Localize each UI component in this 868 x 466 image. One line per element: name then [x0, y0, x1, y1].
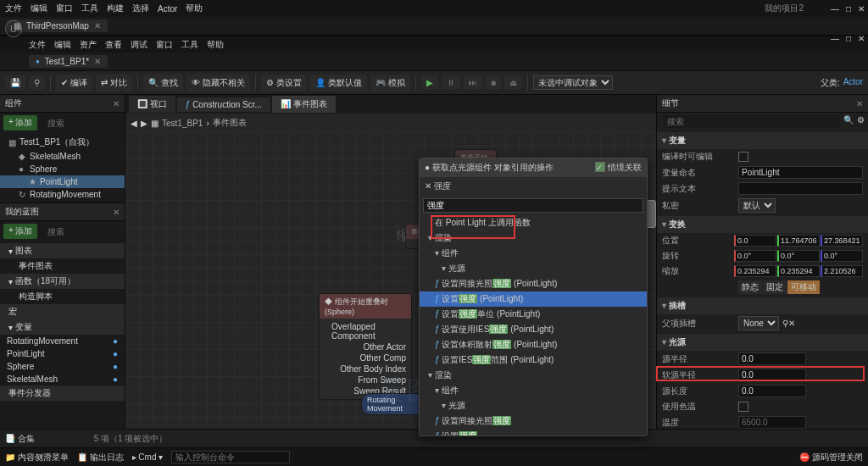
menu2-file[interactable]: 文件 [29, 39, 46, 51]
component-pointlight[interactable]: ★PointLight [0, 175, 125, 188]
simulate-button[interactable]: 🎮模拟 [370, 75, 410, 92]
section-dispatch[interactable]: 事件分发器 [0, 386, 125, 401]
mobility-movable[interactable]: 可移动 [787, 280, 820, 294]
mobility-static[interactable]: 静态 [738, 280, 762, 294]
content-drawer-btn-2[interactable]: 📁 内容侧滑菜单 [5, 452, 69, 463]
close-components-icon[interactable]: ✕ [113, 99, 120, 108]
browse-button[interactable]: ⚲ [29, 75, 45, 90]
expose-dropdown[interactable]: 默认 [738, 198, 776, 213]
menu-help[interactable]: 帮助 [186, 3, 203, 14]
add-bp-button[interactable]: +添加 [3, 224, 37, 239]
ctx-cat-render2[interactable]: ▾ 渲染 [420, 368, 647, 383]
scl-y[interactable] [777, 265, 820, 277]
ctx-item-1[interactable]: ƒ 设置强度 (PointLight) [420, 291, 647, 307]
ctx-cat-light2[interactable]: ▾ 光源 [420, 398, 647, 413]
menu2-view[interactable]: 查看 [105, 39, 122, 51]
pause-button[interactable]: ⏸ [442, 75, 460, 90]
ctx-cat-comp2[interactable]: ▾ 组件 [420, 383, 647, 398]
pin-body-idx[interactable]: Other Body Index [325, 363, 406, 374]
close-details-icon[interactable]: ✕ [856, 99, 863, 108]
rot-x[interactable] [734, 250, 776, 262]
menu2-help[interactable]: 帮助 [207, 39, 224, 51]
menu2-window[interactable]: 窗口 [156, 39, 173, 51]
parent-class-link[interactable]: Actor [843, 77, 863, 89]
section-macros[interactable]: 宏 [0, 304, 125, 319]
clear-socket-icon[interactable]: ✕ [788, 319, 795, 328]
cat-variable[interactable]: 变量 [657, 132, 868, 149]
pin-other-actor[interactable]: Other Actor [325, 341, 406, 352]
close-tab-icon[interactable]: ✕ [94, 21, 101, 31]
rot-y[interactable] [777, 250, 820, 262]
menu-select[interactable]: 选择 [132, 3, 149, 14]
crumb-bp[interactable]: Test1_BP1 [162, 119, 203, 128]
pin-from-sweep[interactable]: From Sweep [325, 374, 406, 386]
ctx-item-2[interactable]: ƒ 设置强度单位 (PointLight) [420, 307, 647, 322]
close-mybp-icon[interactable]: ✕ [113, 208, 120, 217]
menu-window[interactable]: 窗口 [56, 3, 73, 14]
step-button[interactable]: ⏭ [464, 75, 482, 90]
ctx-cat-light[interactable]: ▾ 光源 [420, 261, 647, 276]
component-self[interactable]: ▦Test1_BP1（自我） [0, 135, 125, 150]
component-skeletalmesh[interactable]: ◆SkeletalMesh [0, 150, 125, 163]
source-radius-input[interactable] [738, 352, 806, 365]
ctx-item-3[interactable]: ƒ 设置使用IES强度 (PointLight) [420, 322, 647, 337]
cat-slot[interactable]: 插槽 [657, 297, 868, 314]
diff-button[interactable]: ⇄对比 [96, 75, 132, 92]
stop-button[interactable]: ■ [486, 75, 501, 90]
close-icon[interactable]: ✕ [858, 4, 865, 14]
socket-dropdown[interactable]: None [738, 316, 779, 330]
scl-z[interactable] [821, 265, 863, 277]
rot-z[interactable] [821, 250, 863, 262]
add-component-button[interactable]: +添加 [3, 115, 37, 130]
context-checkbox[interactable]: ✓ [595, 162, 605, 172]
settings-icon[interactable]: ⚙ [857, 115, 865, 128]
compile-button[interactable]: ✔编译 [56, 75, 92, 92]
bp-tab[interactable]: ● Test1_BP1* ✕ [29, 55, 108, 68]
ctx-cat-comp[interactable]: ▾ 组件 [420, 246, 647, 261]
mobility-stationary[interactable]: 固定 [763, 280, 787, 294]
use-temp-checkbox[interactable] [738, 402, 748, 412]
section-graphs[interactable]: ▾ 图表 [0, 243, 125, 258]
cat-light[interactable]: 光源 [657, 334, 868, 351]
temp-input[interactable] [738, 416, 806, 429]
soft-radius-input[interactable] [738, 369, 806, 381]
minimize-icon-2[interactable]: — [831, 34, 839, 43]
maximize-icon[interactable]: □ [846, 4, 851, 14]
hide-unrelated-button[interactable]: 👁隐藏不相关 [186, 75, 250, 92]
filter-icon[interactable]: 🔍 [843, 115, 854, 128]
menu2-debug[interactable]: 调试 [131, 39, 147, 51]
event-graph-tab[interactable]: 📊 事件图表 [272, 96, 336, 113]
loc-z[interactable] [821, 235, 863, 247]
minimize-icon[interactable]: — [831, 4, 839, 14]
ctx-item-5[interactable]: ƒ 设置IES强度范围 (PointLight) [420, 352, 647, 368]
context-menu[interactable]: ● 获取点光源组件 对象引用的操作 ✓情境关联 ✕ 强度 在 Point Lig… [419, 158, 648, 436]
menu-build[interactable]: 构建 [107, 3, 124, 14]
ctx-close-icon[interactable]: ✕ [425, 181, 431, 191]
event-graph-item[interactable]: 事件图表 [0, 258, 125, 274]
var-skeletalmesh[interactable]: SkeletalMesh● [0, 373, 125, 386]
source-length-input[interactable] [738, 385, 806, 397]
scl-x[interactable] [734, 265, 776, 277]
mybp-search-input[interactable] [44, 225, 103, 238]
cmd-input-2[interactable] [171, 451, 290, 463]
browse-socket-icon[interactable]: ⚲ [782, 319, 788, 328]
menu2-tools[interactable]: 工具 [181, 39, 198, 51]
save-button[interactable]: 💾 [5, 75, 25, 90]
close-bp-tab-icon[interactable]: ✕ [94, 57, 101, 66]
ctx-cat-render[interactable]: ▾ 渲染 [420, 230, 647, 246]
ctx-item-4[interactable]: ƒ 设置体积散射强度 (PointLight) [420, 337, 647, 352]
components-search-input[interactable] [44, 117, 103, 130]
varname-input[interactable] [738, 166, 863, 179]
details-search-input[interactable] [664, 115, 840, 128]
pin-other-comp[interactable]: Other Comp [325, 352, 406, 363]
var-pointlight[interactable]: PointLight● [0, 347, 125, 360]
output-log-btn-2[interactable]: 📋 输出日志 [77, 452, 124, 463]
source-control-btn[interactable]: ⛔ 源码管理关闭 [799, 452, 863, 463]
pin-overlapped[interactable]: Overlapped Component [325, 321, 406, 341]
section-funcs[interactable]: ▾ 函数（18可用） [0, 274, 125, 289]
ctx-bottom-1[interactable]: ƒ 设置强度 [420, 429, 647, 435]
menu2-edit[interactable]: 编辑 [54, 39, 71, 51]
var-sphere[interactable]: Sphere● [0, 360, 125, 373]
ctx-search-input[interactable] [423, 198, 643, 213]
close-icon-2[interactable]: ✕ [858, 34, 865, 43]
